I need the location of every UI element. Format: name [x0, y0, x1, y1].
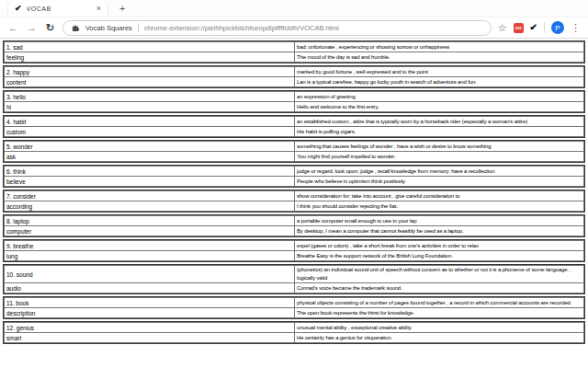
table-row: 10. sound(phonetics) an individual sound… [5, 266, 584, 283]
vocab-entry-group: 10. sound(phonetics) an individual sound… [3, 264, 585, 294]
vocab-definition-cell: an expression of greeting [295, 92, 584, 102]
vocab-entry-table: 3. helloan expression of greetinghiHello… [4, 91, 584, 112]
table-row: 3. helloan expression of greeting [5, 92, 584, 102]
vocab-entry-group: 9. breatheexpel (gases or odors) , take … [3, 239, 585, 262]
table-row: 5. wondersomething that causes feelings … [5, 142, 584, 152]
table-row: audioConrad's voice became the trademark… [5, 283, 584, 293]
extension-red-icon[interactable]: oo [514, 23, 524, 33]
table-row: feelingThe mood of the day is sad and hu… [5, 52, 584, 63]
table-row: 11. bookphysical objects consisting of a… [5, 298, 584, 308]
vocab-entry-table: 4. habitan established custom , attire t… [4, 116, 584, 137]
vocab-definition-cell: physical objects consisting of a number … [295, 298, 584, 308]
vocab-example-cell: Conrad's voice became the trademark soun… [295, 283, 584, 293]
vocab-definition-cell: marked by good fortune , well expressed … [295, 67, 584, 77]
tab-strip: ✔ VOCAB × + [0, 0, 588, 17]
table-row: customHis habit is puffing cigars. [5, 127, 584, 137]
tab-title: VOCAB [27, 6, 92, 12]
vocab-entry-group: 12. geniusunusual mental ability , excep… [3, 321, 585, 344]
vocab-entry-group: 7. considershow consideration for; take … [3, 190, 585, 213]
browser-menu-icon[interactable]: ⋮ [571, 23, 581, 33]
vocab-example-cell: Breathe Easy is the support network of t… [295, 251, 584, 261]
toolbar-divider [544, 22, 545, 33]
vocab-term-cell: 7. consider [5, 191, 295, 201]
vocab-hint-cell: smart [5, 333, 295, 343]
vocab-term-cell: 8. laptop [5, 216, 295, 226]
table-row: 1. sadbad; unfortunate , experiencing or… [5, 42, 584, 52]
vocab-hint-cell: description [5, 308, 295, 318]
vocab-hint-cell: lung [5, 251, 295, 261]
checkmark-favicon-icon: ✔ [15, 5, 22, 13]
table-row: 2. happymarked by good fortune , well ex… [5, 67, 584, 77]
vocab-example-cell: He certainly has a genius for vituperati… [295, 333, 584, 343]
vocab-term-cell: 6. think [5, 167, 295, 177]
table-row: 4. habitan established custom , attire t… [5, 117, 584, 127]
vocab-entry-group: 1. sadbad; unfortunate , experiencing or… [3, 40, 585, 63]
table-row: lungBreathe Easy is the support network … [5, 251, 584, 261]
vocab-definition-cell: unusual mental ability , exceptional cre… [295, 323, 584, 333]
new-tab-button[interactable]: + [119, 3, 125, 14]
vocab-hint-cell: feeling [5, 52, 295, 63]
browser-toolbar: ← → ↻ Vocab Squares chrome-extension://p… [0, 17, 588, 39]
vocab-table: 1. sadbad; unfortunate , experiencing or… [0, 39, 588, 344]
table-row: 7. considershow consideration for; take … [5, 191, 584, 201]
vocab-hint-cell: audio [5, 283, 295, 293]
vocab-term-cell: 3. hello [5, 92, 295, 102]
vocab-definition-cell: expel (gases or odors) , take a short br… [295, 241, 584, 251]
omnibox-divider [138, 23, 139, 32]
url-text: chrome-extension://pleihhpickbilchfceopd… [144, 24, 482, 32]
vocab-example-cell: His habit is puffing cigars. [295, 127, 584, 137]
vocab-example-cell: The mood of the day is sad and humble. [295, 52, 584, 63]
vocab-hint-cell: custom [5, 127, 295, 137]
vocab-term-cell: 2. happy [5, 67, 295, 77]
vocab-definition-cell: an established custom , attire that is t… [295, 117, 584, 127]
table-row: smartHe certainly has a genius for vitup… [5, 333, 584, 343]
vocab-definition-cell: a portable computer small enough to use … [295, 216, 584, 226]
extension-puzzle-icon [72, 24, 80, 32]
forward-button[interactable]: → [26, 23, 38, 33]
address-bar[interactable]: Vocab Squares chrome-extension://pleihhp… [62, 20, 492, 36]
extension-checkmark-icon[interactable]: ✔ [530, 23, 537, 32]
vocab-entry-table: 12. geniusunusual mental ability , excep… [4, 322, 584, 343]
vocab-hint-cell: according [5, 201, 295, 212]
table-row: descriptionThe open book represents the … [5, 308, 584, 318]
vocab-definition-cell: (phonetics) an individual sound unit of … [295, 266, 584, 283]
vocab-example-cell: I think you should consider rejecting th… [295, 201, 584, 212]
vocab-term-cell: 9. breathe [5, 241, 295, 251]
table-row: computerBy desktop, I mean a computer th… [5, 226, 584, 236]
vocab-entry-table: 5. wondersomething that causes feelings … [4, 141, 584, 162]
bookmark-star-icon[interactable]: ☆ [498, 23, 507, 33]
vocab-entry-table: 10. sound(phonetics) an individual sound… [4, 265, 584, 293]
vocab-term-cell: 1. sad [5, 42, 295, 52]
table-row: 12. geniusunusual mental ability , excep… [5, 323, 584, 333]
table-row: 8. laptopa portable computer small enoug… [5, 216, 584, 226]
back-button[interactable]: ← [7, 23, 19, 33]
vocab-hint-cell: hi [5, 102, 295, 112]
vocab-hint-cell: believe [5, 177, 295, 187]
vocab-hint-cell: content [5, 77, 295, 87]
vocab-entry-group: 11. bookphysical objects consisting of a… [3, 296, 585, 319]
vocab-entry-group: 3. helloan expression of greetinghiHello… [3, 90, 585, 113]
vocab-example-cell: By desktop, I mean a computer that canno… [295, 226, 584, 236]
vocab-entry-group: 2. happymarked by good fortune , well ex… [3, 65, 585, 88]
tab-vocab[interactable]: ✔ VOCAB × [7, 0, 108, 17]
vocab-term-cell: 5. wonder [5, 142, 295, 152]
vocab-entry-table: 2. happymarked by good fortune , well ex… [4, 66, 584, 87]
reload-button[interactable]: ↻ [44, 23, 56, 33]
vocab-definition-cell: show consideration for; take into accoun… [295, 191, 584, 201]
close-tab-icon[interactable]: × [96, 5, 101, 13]
profile-avatar[interactable]: P [551, 21, 564, 34]
vocab-entry-table: 11. bookphysical objects consisting of a… [4, 297, 584, 318]
table-row: 9. breatheexpel (gases or odors) , take … [5, 241, 584, 251]
vocab-term-cell: 10. sound [5, 266, 295, 283]
vocab-example-cell: The open book represents the thirst for … [295, 308, 584, 318]
table-row: contentLan is a typical carefree, happy … [5, 77, 584, 87]
table-row: hiHello and welcome to the first entry. [5, 102, 584, 112]
vocab-hint-cell: computer [5, 226, 295, 236]
vocab-term-cell: 11. book [5, 298, 295, 308]
vocab-hint-cell: ask [5, 152, 295, 162]
vocab-entry-table: 9. breatheexpel (gases or odors) , take … [4, 240, 584, 261]
vocab-entry-group: 8. laptopa portable computer small enoug… [3, 214, 585, 237]
vocab-term-cell: 12. genius [5, 323, 295, 333]
vocab-term-cell: 4. habit [5, 117, 295, 127]
vocab-entry-table: 7. considershow consideration for; take … [4, 190, 584, 212]
